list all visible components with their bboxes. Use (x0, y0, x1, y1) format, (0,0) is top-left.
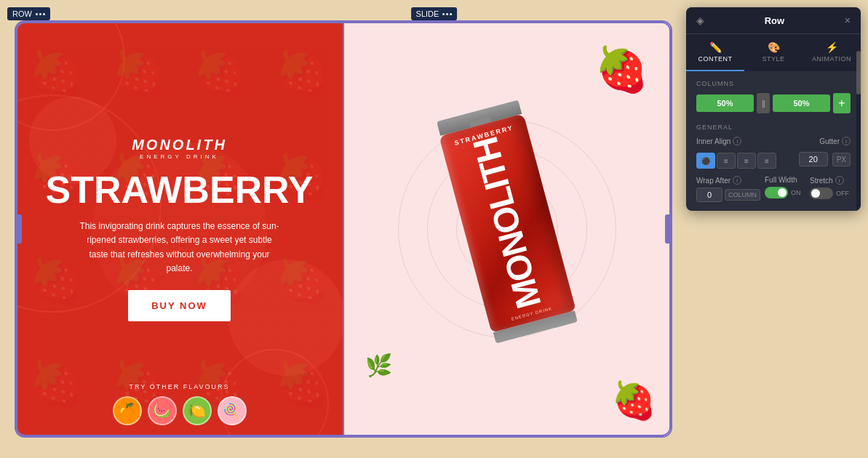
flavor-icon-lime[interactable]: 🍋 (183, 396, 212, 425)
brand-subtitle: ENERGY DRINK (132, 153, 227, 160)
leaf-deco: 🌿 (365, 353, 392, 378)
panel-header: ◈ Row × (686, 7, 861, 34)
right-resize-handle[interactable] (665, 214, 671, 244)
left-panel: 🍓🍓🍓🍓 🍓🍓🍓🍓 🍓🍓🍓🍓 🍓🍓🍓🍓 MONOLITH ENERGY DRIN… (16, 22, 343, 436)
general-section-label: GENERAL (696, 124, 851, 131)
gutter-info[interactable]: i (842, 137, 851, 145)
row-label: ROW (12, 9, 32, 18)
full-width-toggle[interactable]: ON (765, 187, 805, 198)
row-toolbar-dots[interactable] (36, 13, 45, 15)
flavor-icons: 🍊 🍉 🍋 🍭 (16, 396, 343, 425)
align-btn-center[interactable]: ≡ (717, 153, 736, 169)
columns-section: COLUMNS 50% ‖ 50% + (696, 80, 851, 113)
row-toolbar[interactable]: ROW (7, 7, 50, 20)
buy-now-button[interactable]: BUY NOW (128, 290, 231, 321)
style-tab-icon: 🎨 (768, 41, 780, 53)
wrap-after-section: Wrap After i COLUMN (696, 176, 760, 202)
full-width-label: Full Width (765, 176, 805, 184)
can-brand-text: MONOLITH (468, 134, 546, 312)
panel-close-button[interactable]: × (845, 15, 851, 26)
stretch-info[interactable]: i (835, 176, 844, 185)
stretch-toggle[interactable]: OFF (810, 188, 851, 199)
wrap-after-info[interactable]: i (733, 176, 741, 185)
slide-label: SLIDE (416, 9, 439, 18)
column-2-btn[interactable]: 50% (773, 95, 830, 112)
right-panel: 🍓 🍓 🌿 STRAWBERRY FLAVOUR MONOLITH ENERGY… (343, 22, 671, 436)
gutter-label: Gutter i (819, 137, 851, 145)
animation-tab-label: ANIMATION (812, 55, 851, 63)
column-add-btn[interactable]: + (833, 93, 851, 113)
align-btn-justify[interactable]: ≡ (757, 153, 776, 169)
flavor-icon-watermelon[interactable]: 🍉 (148, 396, 177, 425)
stretch-toggle-track[interactable] (810, 188, 833, 199)
style-tab-label: STYLE (762, 55, 784, 63)
flavor-icon-orange[interactable]: 🍊 (113, 396, 142, 425)
stretch-section: Stretch i OFF (810, 176, 851, 199)
settings-panel: ◈ Row × ✏️ CONTENT 🎨 STYLE ⚡ ANIMATION C… (686, 7, 861, 211)
canvas-area: 🍓🍓🍓🍓 🍓🍓🍓🍓 🍓🍓🍓🍓 🍓🍓🍓🍓 MONOLITH ENERGY DRIN… (0, 0, 686, 458)
scrollbar-track (856, 44, 861, 211)
brand-logo: MONOLITH ENERGY DRINK (132, 137, 227, 160)
tab-animation[interactable]: ⚡ ANIMATION (803, 34, 861, 71)
try-other-section: TRY OTHER FLAVOURS 🍊 🍉 🍋 🍭 (16, 383, 343, 425)
wrap-unit: COLUMN (725, 189, 760, 201)
columns-section-label: COLUMNS (696, 80, 851, 87)
columns-row: 50% ‖ 50% + (696, 93, 851, 113)
inner-align-info[interactable]: i (733, 137, 741, 145)
flavor-icon-candy[interactable]: 🍭 (218, 396, 247, 425)
tab-content[interactable]: ✏️ CONTENT (686, 34, 744, 71)
brand-name: MONOLITH (132, 137, 227, 153)
slide-toolbar[interactable]: SLIDE (411, 7, 458, 20)
stretch-label: Stretch i (810, 176, 851, 185)
panel-tabs: ✏️ CONTENT 🎨 STYLE ⚡ ANIMATION (686, 34, 861, 71)
inner-align-row: Inner Align i Gutter i (696, 137, 851, 145)
scrollbar-thumb[interactable] (856, 51, 861, 95)
panel-title: Row (765, 15, 784, 26)
panel-body: COLUMNS 50% ‖ 50% + GENERAL Inner Align … (686, 71, 861, 211)
strawberry-bottom-deco: 🍓 (611, 379, 656, 422)
gutter-unit: PX (832, 153, 851, 166)
column-divider-btn[interactable]: ‖ (757, 93, 770, 113)
strawberry-top-deco: 🍓 (594, 44, 649, 95)
tab-style[interactable]: 🎨 STYLE (744, 34, 803, 71)
align-btn-left[interactable]: ⚫ (696, 153, 715, 169)
slide-container: 🍓🍓🍓🍓 🍓🍓🍓🍓 🍓🍓🍓🍓 🍓🍓🍓🍓 MONOLITH ENERGY DRIN… (16, 22, 671, 436)
column-1-btn[interactable]: 50% (696, 95, 754, 112)
try-other-label: TRY OTHER FLAVOURS (16, 383, 343, 390)
wrap-after-input[interactable] (696, 188, 722, 202)
flavor-desc: This invigorating drink captures the ess… (78, 220, 282, 276)
slide-toolbar-dots[interactable] (442, 13, 452, 15)
gutter-input[interactable] (799, 152, 828, 166)
align-buttons: ⚫ ≡ ≡ ≡ (696, 153, 776, 169)
wrap-after-label: Wrap After i (696, 176, 760, 185)
general-section: GENERAL Inner Align i Gutter i ⚫ ≡ ≡ (696, 124, 851, 202)
full-width-toggle-track[interactable] (765, 187, 788, 198)
content-tab-label: CONTENT (698, 55, 733, 63)
panel-icon: ◈ (696, 15, 704, 26)
animation-tab-icon: ⚡ (826, 41, 838, 53)
full-width-section: Full Width ON (765, 176, 805, 198)
stretch-toggle-label: OFF (836, 190, 849, 197)
content-tab-icon: ✏️ (709, 41, 722, 53)
full-width-toggle-label: ON (791, 189, 801, 196)
left-resize-handle[interactable] (16, 214, 22, 244)
flavor-title: STRAWBERRY (46, 171, 314, 209)
inner-align-label: Inner Align i (696, 137, 741, 145)
align-btn-right[interactable]: ≡ (737, 153, 756, 169)
